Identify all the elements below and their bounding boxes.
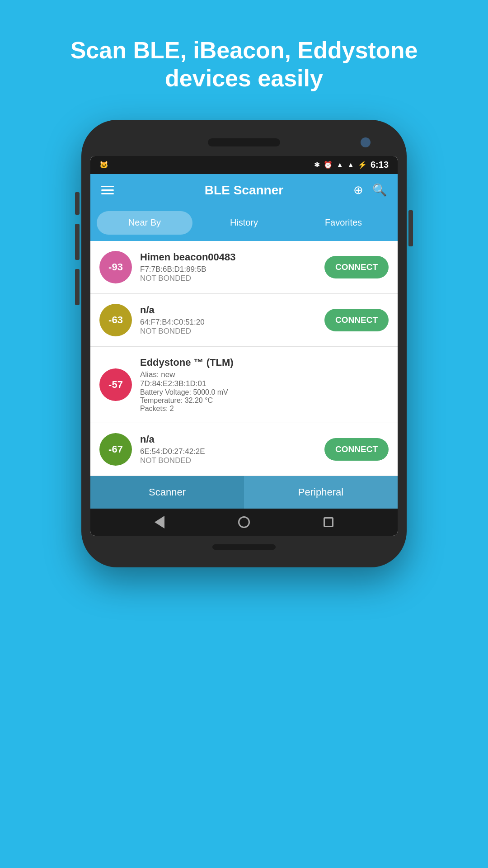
tab-nearby[interactable]: Near By: [97, 211, 192, 235]
connect-button-4[interactable]: CONNECT: [324, 438, 389, 461]
bottom-nav: Scanner Peripheral: [90, 476, 398, 509]
device-name: Himen beacon00483: [140, 251, 316, 263]
device-mac: 64:F7:B4:C0:51:20: [140, 318, 316, 327]
back-button[interactable]: [152, 515, 167, 529]
globe-icon[interactable]: ⊕: [353, 183, 363, 197]
device-temperature: Temperature: 32.20 °C: [140, 396, 389, 405]
tab-favorites[interactable]: Favorites: [296, 211, 391, 235]
back-icon: [155, 516, 164, 528]
device-info: Himen beacon00483 F7:7B:6B:D1:89:5B NOT …: [140, 251, 316, 283]
device-avatar: -57: [99, 368, 132, 401]
hamburger-line: [101, 189, 114, 191]
status-time: 6:13: [371, 160, 389, 170]
device-item: -93 Himen beacon00483 F7:7B:6B:D1:89:5B …: [90, 241, 398, 294]
device-list: -93 Himen beacon00483 F7:7B:6B:D1:89:5B …: [90, 241, 398, 476]
recents-icon: [324, 517, 333, 527]
phone-bottom-bar: [90, 540, 398, 554]
phone-bottom-pill: [212, 544, 276, 550]
nav-scanner[interactable]: Scanner: [90, 476, 244, 509]
page-headline: Scan BLE, iBeacon, Eddystone devices eas…: [34, 36, 454, 93]
device-avatar: -63: [99, 304, 132, 336]
app-header: BLE Scanner ⊕ 🔍: [90, 174, 398, 207]
bluetooth-icon: ✱: [314, 160, 320, 169]
signal-icon: ▲: [347, 161, 354, 169]
device-battery: Battery Voltage: 5000.0 mV: [140, 388, 389, 396]
home-icon: [238, 516, 250, 528]
home-button[interactable]: [237, 515, 251, 529]
connect-button-2[interactable]: CONNECT: [324, 309, 389, 331]
phone-top-bar: [90, 133, 398, 151]
header-icons: ⊕ 🔍: [353, 183, 387, 197]
hamburger-line: [101, 193, 114, 194]
phone-speaker: [208, 138, 280, 146]
device-name: n/a: [140, 304, 316, 316]
wifi-icon: ▲: [336, 161, 343, 169]
device-avatar: -67: [99, 433, 132, 466]
device-status: NOT BONDED: [140, 456, 316, 465]
nav-peripheral[interactable]: Peripheral: [244, 476, 398, 509]
device-packets: Packets: 2: [140, 405, 389, 413]
hamburger-menu[interactable]: [101, 186, 114, 194]
device-item: -63 n/a 64:F7:B4:C0:51:20 NOT BONDED CON…: [90, 294, 398, 347]
connect-button-1[interactable]: CONNECT: [324, 256, 389, 278]
phone-mockup: 🐱 ✱ ⏰ ▲ ▲ ⚡ 6:13 BLE Scanner: [81, 120, 407, 567]
android-nav-bar: [90, 509, 398, 536]
hamburger-line: [101, 186, 114, 187]
device-mac: F7:7B:6B:D1:89:5B: [140, 265, 316, 274]
device-mac: 6E:54:D0:27:42:2E: [140, 447, 316, 456]
device-avatar: -93: [99, 251, 132, 283]
device-name: Eddystone ™ (TLM): [140, 357, 389, 368]
device-info: Eddystone ™ (TLM) Alias: new 7D:84:E2:3B…: [140, 357, 389, 413]
status-right: ✱ ⏰ ▲ ▲ ⚡ 6:13: [314, 160, 389, 170]
device-mac: 7D:84:E2:3B:1D:01: [140, 379, 389, 388]
device-item: -67 n/a 6E:54:D0:27:42:2E NOT BONDED CON…: [90, 423, 398, 476]
status-left: 🐱: [99, 160, 108, 169]
search-icon[interactable]: 🔍: [372, 183, 387, 197]
app-title: BLE Scanner: [205, 183, 283, 198]
device-status: NOT BONDED: [140, 274, 316, 283]
device-info: n/a 64:F7:B4:C0:51:20 NOT BONDED: [140, 304, 316, 336]
device-status: NOT BONDED: [140, 327, 316, 336]
tab-history[interactable]: History: [196, 211, 292, 235]
tab-bar: Near By History Favorites: [90, 207, 398, 241]
cat-icon: 🐱: [99, 160, 108, 169]
alarm-icon: ⏰: [324, 160, 333, 169]
device-name: n/a: [140, 434, 316, 445]
phone-camera: [361, 137, 371, 147]
phone-screen: 🐱 ✱ ⏰ ▲ ▲ ⚡ 6:13 BLE Scanner: [90, 156, 398, 536]
recents-button[interactable]: [321, 515, 336, 529]
device-alias: Alias: new: [140, 370, 389, 379]
battery-icon: ⚡: [358, 160, 367, 169]
device-info: n/a 6E:54:D0:27:42:2E NOT BONDED: [140, 434, 316, 465]
device-item: -57 Eddystone ™ (TLM) Alias: new 7D:84:E…: [90, 347, 398, 423]
status-bar: 🐱 ✱ ⏰ ▲ ▲ ⚡ 6:13: [90, 156, 398, 174]
